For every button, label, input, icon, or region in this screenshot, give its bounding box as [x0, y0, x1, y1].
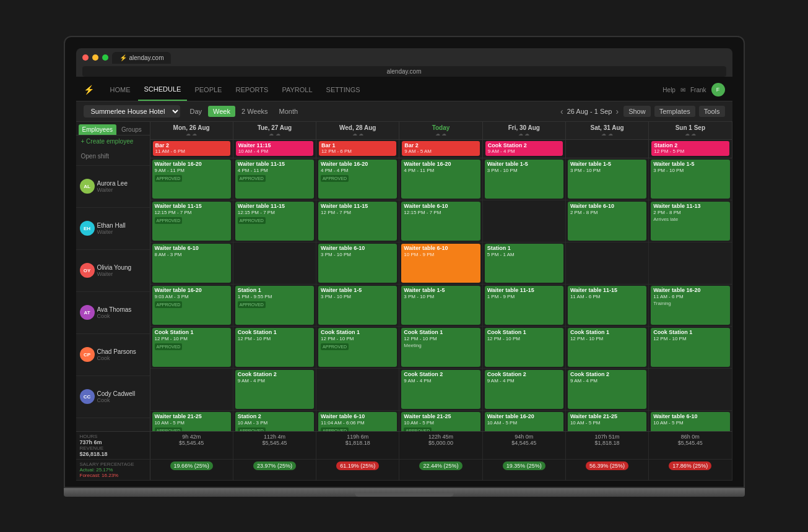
shift-olivia-wed[interactable]: Waiter table 6-103 PM - 10 PM — [318, 244, 397, 283]
shift-ethan-sat[interactable]: Waiter table 6-102 PM - 8 PM — [568, 202, 646, 241]
shift-daniel-tue[interactable]: Station 210 AM - 3 PMAPPROVED — [235, 412, 314, 431]
cell-ethan-sat[interactable]: Waiter table 6-102 PM - 8 PM — [566, 200, 649, 242]
shift-cody-fri[interactable]: Cook Station 29 AM - 4 PM — [485, 370, 563, 409]
cell-ethan-tue[interactable]: Waiter table 11-1512:15 PM - 7 PMAPPROVE… — [233, 200, 316, 242]
cell-olivia-fri[interactable]: Station 15 PM - 1 AM — [483, 242, 566, 284]
shift-cody-thu[interactable]: Cook Station 29 AM - 4 PM — [401, 370, 480, 409]
nav-reports[interactable]: REPORTS — [229, 79, 274, 101]
shift-ava-fri[interactable]: Waiter table 11-151 PM - 9 PM — [485, 286, 563, 325]
view-day[interactable]: Day — [185, 106, 207, 117]
show-button[interactable]: Show — [623, 106, 651, 117]
cell-cody-fri[interactable]: Cook Station 29 AM - 4 PM — [483, 369, 566, 410]
view-week[interactable]: Week — [208, 106, 235, 117]
shift-cody-sat[interactable]: Cook Station 29 AM - 4 PM — [568, 370, 646, 409]
shift-ava-tue[interactable]: Station 11 PM - 9:55 PMAPPROVED — [235, 286, 314, 325]
shift-chad-fri[interactable]: Cook Station 112 PM - 10 PM — [485, 328, 563, 367]
shift-chad-sat[interactable]: Cook Station 112 PM - 10 PM — [568, 328, 646, 367]
cell-cody-tue[interactable]: Cook Station 29 AM - 4 PM — [233, 369, 316, 410]
shift-aurora-sat[interactable]: Waiter table 1-53 PM - 10 PM — [568, 160, 646, 199]
shift-olivia-thu[interactable]: Waiter table 6-1010 PM - 9 PM — [401, 244, 480, 283]
cell-aurora-fri[interactable]: Waiter table 1-53 PM - 10 PM — [483, 158, 566, 200]
shift-aurora-mon[interactable]: Waiter table 16-209 AM - 11 PMAPPROVED — [152, 160, 231, 199]
open-shift-cell-thu[interactable]: Bar 2 9 AM - 5 AM — [399, 140, 482, 158]
shift-olivia-mon[interactable]: Waiter table 6-108 AM - 3 PM — [152, 244, 231, 283]
cell-daniel-mon[interactable]: Waiter table 21-2510 AM - 5 PMAPPROVED — [150, 411, 233, 431]
cell-ethan-wed[interactable]: Waiter table 11-1512 PM - 7 PM — [316, 200, 399, 242]
shift-aurora-thu[interactable]: Waiter table 16-204 PM - 11 PM — [401, 160, 480, 199]
cell-ethan-thu[interactable]: Waiter table 6-1012:15 PM - 7 PM — [399, 200, 482, 242]
cell-cody-thu[interactable]: Cook Station 29 AM - 4 PM — [399, 369, 482, 410]
open-shift-bar1[interactable]: Bar 1 12 PM - 6 PM — [319, 141, 396, 156]
cell-olivia-wed[interactable]: Waiter table 6-103 PM - 10 PM — [316, 242, 399, 284]
shift-daniel-sun[interactable]: Waiter table 6-1010 AM - 5 PM — [651, 412, 729, 431]
cell-aurora-sun[interactable]: Waiter table 1-53 PM - 10 PM — [649, 158, 732, 200]
nav-settings[interactable]: SETTINGS — [320, 79, 367, 101]
cell-chad-tue[interactable]: Cook Station 112 PM - 10 PM — [233, 327, 316, 368]
cell-chad-sun[interactable]: Cook Station 112 PM - 10 PM — [649, 327, 732, 368]
cell-ava-tue[interactable]: Station 11 PM - 9:55 PMAPPROVED — [233, 285, 316, 326]
cell-chad-thu[interactable]: Cook Station 112 PM - 10 PMMeeting — [399, 327, 482, 368]
nav-schedule[interactable]: SCHEDULE — [138, 79, 188, 101]
shift-ava-sat[interactable]: Waiter table 11-1511 AM - 6 PM — [568, 286, 646, 325]
cell-ava-sat[interactable]: Waiter table 11-1511 AM - 6 PM — [566, 285, 649, 326]
shift-ethan-sun[interactable]: Waiter table 11-132 PM - 8 PMArrives lat… — [651, 202, 729, 241]
view-2weeks[interactable]: 2 Weeks — [237, 106, 273, 117]
open-shift-station2[interactable]: Station 2 12 PM - 5 PM — [651, 141, 729, 156]
shift-daniel-mon[interactable]: Waiter table 21-2510 AM - 5 PMAPPROVED — [152, 412, 231, 431]
templates-button[interactable]: Templates — [654, 106, 695, 117]
shift-ava-mon[interactable]: Waiter table 16-209:03 AM - 3 PMAPPROVED — [152, 286, 231, 325]
shift-chad-tue[interactable]: Cook Station 112 PM - 10 PM — [235, 328, 314, 367]
shift-ava-wed[interactable]: Waiter table 1-53 PM - 10 PM — [318, 286, 397, 325]
shift-chad-sun[interactable]: Cook Station 112 PM - 10 PM — [651, 328, 729, 367]
shift-chad-mon[interactable]: Cook Station 112 PM - 10 PMAPPROVED — [152, 328, 231, 367]
shift-daniel-wed[interactable]: Waiter table 6-1011:04 AM - 6:06 PMAPPRO… — [318, 412, 397, 431]
cell-ava-sun[interactable]: Waiter table 16-2011 AM - 6 PMTraining — [649, 285, 732, 326]
location-select[interactable]: Summerlee House Hotel — [84, 105, 180, 118]
user-avatar[interactable]: F — [711, 83, 725, 97]
help-button[interactable]: Help — [662, 87, 676, 93]
shift-aurora-sun[interactable]: Waiter table 1-53 PM - 10 PM — [651, 160, 729, 199]
open-shift-waiter[interactable]: Waiter 11:15 10 AM - 4 PM — [236, 141, 313, 156]
cell-ava-mon[interactable]: Waiter table 16-209:03 AM - 3 PMAPPROVED — [150, 285, 233, 326]
cell-daniel-wed[interactable]: Waiter table 6-1011:04 AM - 6:06 PMAPPRO… — [316, 411, 399, 431]
cell-chad-sat[interactable]: Cook Station 112 PM - 10 PM — [566, 327, 649, 368]
cell-aurora-tue[interactable]: Waiter table 11-154 PM - 11 PMAPPROVED — [233, 158, 316, 200]
shift-daniel-fri[interactable]: Waiter table 16-2010 AM - 5 PM — [485, 412, 563, 431]
cell-ethan-sun[interactable]: Waiter table 11-132 PM - 8 PMArrives lat… — [649, 200, 732, 242]
view-month[interactable]: Month — [274, 106, 303, 117]
cell-aurora-wed[interactable]: Waiter table 16-204 PM - 4 PMAPPROVED — [316, 158, 399, 200]
nav-people[interactable]: PEOPLE — [188, 79, 228, 101]
open-shift-cell-tue[interactable]: Waiter 11:15 10 AM - 4 PM — [233, 140, 316, 158]
shift-daniel-thu[interactable]: Waiter table 21-2510 AM - 5 PMAPPROVED — [401, 412, 480, 431]
cell-chad-wed[interactable]: Cook Station 112 PM - 10 PMAPPROVED — [316, 327, 399, 368]
open-shift-cell-wed[interactable]: Bar 1 12 PM - 6 PM — [316, 140, 399, 158]
cell-daniel-tue[interactable]: Station 210 AM - 3 PMAPPROVED — [233, 411, 316, 431]
cell-ava-fri[interactable]: Waiter table 11-151 PM - 9 PM — [483, 285, 566, 326]
open-shift-bar2-thu[interactable]: Bar 2 9 AM - 5 AM — [402, 141, 479, 156]
create-employee-link[interactable]: + Create employee — [76, 135, 150, 147]
open-shift-bar2[interactable]: Bar 2 11 AM - 6 PM — [153, 141, 230, 156]
sidebar-tab-employees[interactable]: Employees — [79, 124, 116, 135]
cell-aurora-sat[interactable]: Waiter table 1-53 PM - 10 PM — [566, 158, 649, 200]
tools-button[interactable]: Tools — [699, 106, 725, 117]
open-shift-cell-mon[interactable]: Bar 2 11 AM - 6 PM — [150, 140, 233, 158]
shift-daniel-sat[interactable]: Waiter table 21-2510 AM - 5 PM — [568, 412, 646, 431]
open-shift-cell-fri[interactable]: Cook Station 2 9 AM - 4 PM — [483, 140, 566, 158]
shift-ava-thu[interactable]: Waiter table 1-53 PM - 10 PM — [401, 286, 480, 325]
shift-aurora-fri[interactable]: Waiter table 1-53 PM - 10 PM — [485, 160, 563, 199]
nav-home[interactable]: HOME — [104, 79, 137, 101]
shift-ethan-tue[interactable]: Waiter table 11-1512:15 PM - 7 PMAPPROVE… — [235, 202, 314, 241]
cell-daniel-thu[interactable]: Waiter table 21-2510 AM - 5 PMAPPROVED — [399, 411, 482, 431]
sidebar-tab-groups[interactable]: Groups — [118, 124, 146, 135]
shift-aurora-tue[interactable]: Waiter table 11-154 PM - 11 PMAPPROVED — [235, 160, 314, 199]
shift-cody-tue[interactable]: Cook Station 29 AM - 4 PM — [235, 370, 314, 409]
cell-daniel-fri[interactable]: Waiter table 16-2010 AM - 5 PM — [483, 411, 566, 431]
cell-chad-mon[interactable]: Cook Station 112 PM - 10 PMAPPROVED — [150, 327, 233, 368]
open-shift-cookstation[interactable]: Cook Station 2 9 AM - 4 PM — [485, 141, 563, 156]
browser-tab[interactable]: ⚡ alenday.com — [112, 52, 172, 64]
open-shift-cell-sun[interactable]: Station 2 12 PM - 5 PM — [649, 140, 732, 158]
shift-ethan-wed[interactable]: Waiter table 11-1512 PM - 7 PM — [318, 202, 397, 241]
cell-daniel-sat[interactable]: Waiter table 21-2510 AM - 5 PM — [566, 411, 649, 431]
cell-cody-sat[interactable]: Cook Station 29 AM - 4 PM — [566, 369, 649, 410]
cell-ava-thu[interactable]: Waiter table 1-53 PM - 10 PM — [399, 285, 482, 326]
